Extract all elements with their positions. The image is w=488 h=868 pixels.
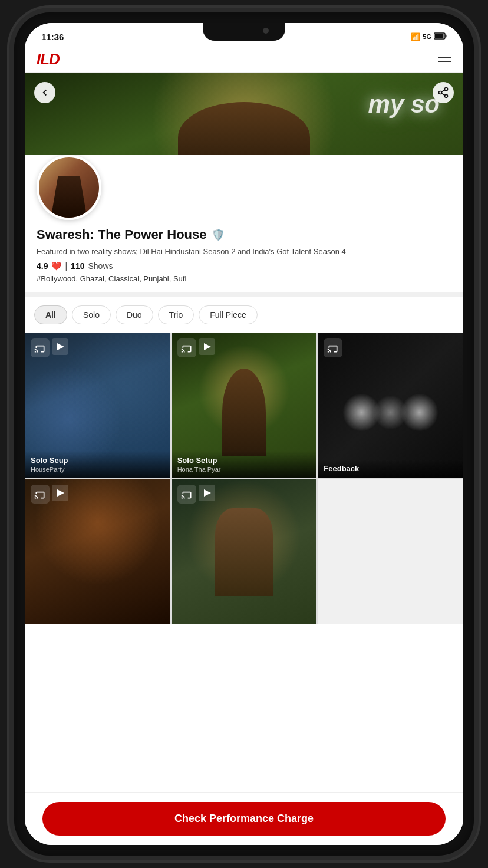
avatar — [37, 155, 101, 220]
video-cell-5[interactable] — [172, 479, 317, 624]
notch — [203, 23, 285, 41]
battery-icon — [434, 32, 447, 41]
menu-button[interactable] — [438, 57, 451, 62]
play-icon-5 — [199, 485, 215, 501]
signal-label: 5G — [423, 33, 431, 40]
bottom-cta: Check Performance Charge — [25, 792, 463, 845]
filter-section: All Solo Duo Trio Full Piece — [25, 297, 463, 333]
screen: 11:36 📶 5G ILD — [25, 23, 463, 845]
svg-rect-1 — [446, 34, 447, 37]
cast-icon-4 — [31, 485, 50, 504]
filter-chip-trio[interactable]: Trio — [158, 305, 194, 324]
svg-rect-2 — [435, 34, 444, 38]
video-title-2: Solo Setup — [177, 456, 311, 465]
video-cell-6[interactable] — [318, 479, 463, 624]
cast-icon-3 — [324, 338, 342, 357]
shows-label: Shows — [88, 261, 113, 271]
video-subtitle-1: HouseParty — [31, 466, 164, 473]
share-button[interactable] — [433, 82, 454, 103]
status-time: 11:36 — [41, 32, 64, 42]
play-icon-4 — [52, 485, 68, 501]
svg-point-5 — [445, 94, 448, 97]
content-scroll[interactable]: my so Solo — [25, 73, 463, 792]
phone-frame: 11:36 📶 5G ILD — [14, 12, 474, 856]
avatar-wrapper — [37, 155, 451, 220]
heart-icon: ❤️ — [51, 261, 61, 271]
back-button[interactable] — [34, 82, 55, 103]
filter-chip-all[interactable]: All — [34, 305, 67, 324]
svg-point-3 — [445, 88, 448, 91]
video-cell-3[interactable]: Feedback — [318, 333, 463, 478]
video-label-1: Solo Seup HouseParty — [25, 451, 170, 478]
hero-neon-text: my so — [368, 90, 440, 119]
filter-chip-solo[interactable]: Solo — [72, 305, 111, 324]
artist-name-text: Swaresh: The Power House — [37, 227, 207, 242]
artist-name: Swaresh: The Power House 🛡️ — [37, 227, 451, 242]
artist-description: Featured in two reality shows; Dil Hai H… — [37, 246, 451, 258]
play-icon-2 — [199, 338, 215, 355]
filter-chip-duo[interactable]: Duo — [116, 305, 153, 324]
video-cell-4[interactable] — [25, 479, 170, 624]
cast-icon-1 — [31, 338, 50, 357]
shows-count: 110 — [71, 261, 84, 271]
video-thumb-6 — [318, 479, 463, 624]
video-title-1: Solo Seup — [31, 456, 164, 465]
video-cell-2[interactable]: Solo Setup Hona Tha Pyar — [172, 333, 317, 478]
app-logo: ILD — [37, 50, 60, 68]
app-header: ILD — [25, 47, 463, 73]
cast-icon-5 — [177, 485, 196, 504]
svg-line-6 — [441, 93, 445, 95]
video-cell-1[interactable]: Solo Seup HouseParty — [25, 333, 170, 478]
video-title-3: Feedback — [324, 464, 457, 474]
svg-line-7 — [441, 90, 445, 91]
artist-stats: 4.9 ❤️ | 110 Shows — [37, 261, 451, 271]
profile-section: Swaresh: The Power House 🛡️ Featured in … — [25, 155, 463, 292]
notch-camera — [263, 28, 269, 34]
video-label-2: Solo Setup Hona Tha Pyar — [172, 451, 317, 478]
status-icons: 📶 5G — [411, 32, 447, 41]
video-label-3: Feedback — [318, 459, 463, 478]
bottom-spacer — [25, 624, 463, 634]
check-performance-button[interactable]: Check Performance Charge — [42, 802, 446, 836]
rating-value: 4.9 — [37, 261, 48, 271]
verified-icon: 🛡️ — [212, 228, 225, 241]
artist-tags: #Bollywood, Ghazal, Classical, Punjabi, … — [37, 274, 451, 283]
play-icon-1 — [52, 338, 68, 355]
video-grid: Solo Seup HouseParty Solo Setup H — [25, 333, 463, 624]
video-subtitle-2: Hona Tha Pyar — [177, 466, 311, 473]
network-icon: 📶 — [411, 32, 420, 41]
section-divider — [25, 292, 463, 297]
cast-icon-2 — [177, 338, 196, 357]
filter-chip-full-piece[interactable]: Full Piece — [199, 305, 257, 324]
svg-point-4 — [439, 91, 442, 94]
